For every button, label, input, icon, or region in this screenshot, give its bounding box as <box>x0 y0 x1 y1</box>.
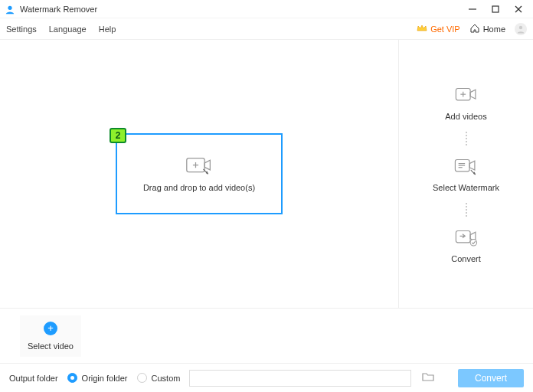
radio-unchecked-icon <box>137 373 147 383</box>
main-pane: 2 Drag and drop to add video(s) <box>0 40 398 308</box>
menu-bar: Settings Language Help Get VIP Home <box>0 18 533 40</box>
menu-settings[interactable]: Settings <box>6 24 37 34</box>
annotation-badge: 2 <box>110 128 126 143</box>
crown-icon <box>417 24 427 34</box>
select-bar: + Select video <box>0 308 533 363</box>
step-divider <box>466 203 467 217</box>
title-bar: Watermark Remover <box>0 0 533 18</box>
close-button[interactable] <box>513 4 524 15</box>
add-video-icon <box>185 155 213 175</box>
convert-button[interactable]: Convert <box>458 369 524 387</box>
folder-icon <box>422 371 434 384</box>
maximize-button[interactable] <box>490 4 501 15</box>
home-icon <box>469 23 480 35</box>
origin-folder-label: Origin folder <box>82 374 128 383</box>
step-add-videos[interactable]: Add videos <box>445 85 486 121</box>
convert-step-icon <box>453 227 479 250</box>
get-vip-label: Get VIP <box>430 24 460 34</box>
svg-point-17 <box>470 239 477 246</box>
custom-folder-label: Custom <box>152 374 181 383</box>
step-divider <box>466 132 467 145</box>
add-videos-step-icon <box>453 85 479 107</box>
convert-button-label: Convert <box>475 373 507 384</box>
svg-point-0 <box>8 5 11 9</box>
select-video-button[interactable]: + Select video <box>20 315 81 357</box>
app-logo-icon <box>5 4 15 15</box>
browse-folder-button[interactable] <box>420 371 436 386</box>
home-label: Home <box>483 24 505 34</box>
add-video-dropzone[interactable]: 2 Drag and drop to add video(s) <box>116 133 283 214</box>
step-select-label: Select Watermark <box>433 183 499 192</box>
svg-rect-2 <box>492 6 499 12</box>
custom-folder-radio[interactable]: Custom <box>137 373 181 383</box>
origin-folder-radio[interactable]: Origin folder <box>67 373 128 383</box>
select-watermark-step-icon <box>453 156 479 178</box>
step-convert-label: Convert <box>451 254 481 263</box>
window-controls <box>467 4 528 15</box>
user-avatar[interactable] <box>515 23 527 35</box>
app-title: Watermark Remover <box>20 5 97 14</box>
home-button[interactable]: Home <box>469 23 505 35</box>
menu-help[interactable]: Help <box>99 24 116 34</box>
dropzone-label: Drag and drop to add video(s) <box>143 183 255 192</box>
step-select-watermark[interactable]: Select Watermark <box>433 156 499 192</box>
output-path-input[interactable] <box>189 370 411 387</box>
output-folder-label: Output folder <box>9 374 58 383</box>
menu-language[interactable]: Language <box>49 24 87 34</box>
steps-pane: Add videos Select Watermark Convert <box>398 40 533 308</box>
select-video-label: Select video <box>28 341 74 351</box>
footer-bar: Output folder Origin folder Custom Conve… <box>0 363 533 392</box>
svg-point-5 <box>519 25 522 28</box>
step-convert[interactable]: Convert <box>451 227 481 263</box>
plus-icon: + <box>44 322 57 335</box>
svg-rect-16 <box>456 230 470 242</box>
minimize-button[interactable] <box>467 4 478 15</box>
step-add-label: Add videos <box>445 112 486 121</box>
content-area: 2 Drag and drop to add video(s) Add vide… <box>0 40 533 308</box>
radio-checked-icon <box>67 373 77 383</box>
get-vip-button[interactable]: Get VIP <box>417 24 460 34</box>
